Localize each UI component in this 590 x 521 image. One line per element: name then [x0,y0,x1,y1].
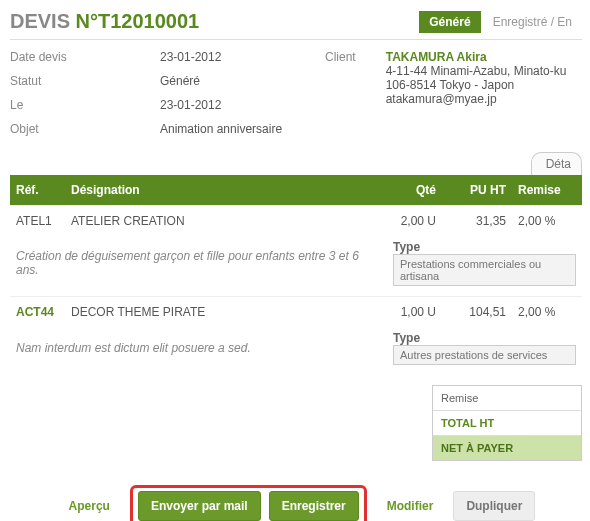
label-le: Le [10,98,160,112]
status-tab-genere[interactable]: Généré [419,11,480,33]
cell-designation: DECOR THEME PIRATE [65,297,387,328]
cell-type: TypeAutres prestations de services [387,327,582,375]
totals-box: Remise TOTAL HT NET À PAYER [432,385,582,461]
quote-number: N°T12010001 [76,10,200,32]
modifier-button[interactable]: Modifier [375,492,446,520]
type-select[interactable]: Prestations commerciales ou artisana [393,254,576,286]
enregistrer-button[interactable]: Enregistrer [269,491,359,521]
totals-remise: Remise [433,386,581,411]
col-qte: Qté [387,175,442,206]
totals-total-ht: TOTAL HT [433,411,581,436]
client-email: atakamura@myae.jp [386,92,567,106]
cell-qte: 2,00 U [387,206,442,237]
label-date: Date devis [10,50,160,64]
tab-detail[interactable]: Déta [531,152,582,175]
value-statut: Généré [160,74,325,88]
table-row-desc: Création de déguisement garçon et fille … [10,236,582,297]
label-objet: Objet [10,122,160,136]
dupliquer-button[interactable]: Dupliquer [453,491,535,521]
cell-description: Nam interdum est dictum elit posuere a s… [10,327,387,375]
cell-qte: 1,00 U [387,297,442,328]
cell-ref: ACT44 [10,297,65,328]
col-pu: PU HT [442,175,512,206]
apercu-button[interactable]: Aperçu [57,492,122,520]
cell-pu: 31,35 [442,206,512,237]
envoyer-mail-button[interactable]: Envoyer par mail [138,491,261,521]
title-prefix: DEVIS [10,10,76,32]
status-tabs: Généré Enregistré / En [419,11,582,33]
col-remise: Remise [512,175,582,206]
value-date: 23-01-2012 [160,50,325,64]
client-name: TAKAMURA Akira [386,50,567,64]
client-addr1: 4-11-44 Minami-Azabu, Minato-ku [386,64,567,78]
client-addr2: 106-8514 Tokyo - Japon [386,78,567,92]
value-objet: Animation anniversaire [160,122,325,136]
cell-ref: ATEL1 [10,206,65,237]
page-title: DEVIS N°T12010001 [10,10,199,33]
highlight-box: Envoyer par mail Enregistrer [130,485,367,521]
cell-description: Création de déguisement garçon et fille … [10,236,387,297]
col-ref: Réf. [10,175,65,206]
type-label: Type [393,331,426,345]
cell-designation: ATELIER CREATION [65,206,387,237]
value-le: 23-01-2012 [160,98,325,112]
cell-pu: 104,51 [442,297,512,328]
type-select[interactable]: Autres prestations de services [393,345,576,365]
col-designation: Désignation [65,175,387,206]
items-table: Réf. Désignation Qté PU HT Remise ATEL1A… [10,175,582,375]
cell-remise: 2,00 % [512,297,582,328]
status-tab-enregistre[interactable]: Enregistré / En [481,11,582,33]
label-statut: Statut [10,74,160,88]
cell-remise: 2,00 % [512,206,582,237]
label-client: Client [325,50,356,136]
table-row[interactable]: ATEL1ATELIER CREATION2,00 U31,352,00 % [10,206,582,237]
type-label: Type [393,240,426,254]
totals-net: NET À PAYER [433,436,581,460]
client-box: TAKAMURA Akira 4-11-44 Minami-Azabu, Min… [386,50,567,136]
table-row[interactable]: ACT44DECOR THEME PIRATE1,00 U104,512,00 … [10,297,582,328]
cell-type: TypePrestations commerciales ou artisana [387,236,582,297]
table-row-desc: Nam interdum est dictum elit posuere a s… [10,327,582,375]
